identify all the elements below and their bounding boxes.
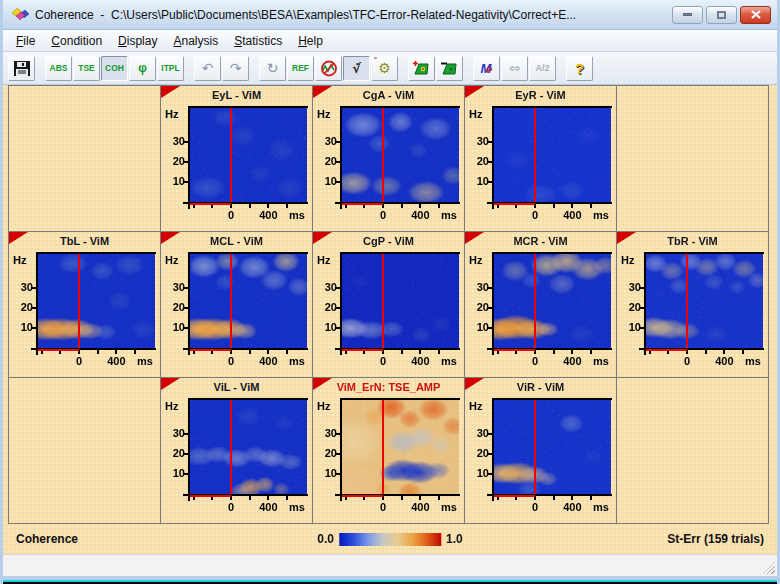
menu-item-file[interactable]: File: [8, 32, 43, 50]
x-axis-unit-label: ms: [289, 209, 305, 221]
plot-top-border: [36, 252, 156, 254]
x-tick-mark: [134, 350, 136, 354]
no-filter-button[interactable]: [315, 56, 342, 81]
plot-top-border: [492, 252, 612, 254]
tse-label: TSE: [78, 63, 95, 73]
panel-title: CgA - ViM: [313, 86, 464, 104]
tfc-panel-ViM-ErN[interactable]: ViM_ErN: TSE_AMPHz3020100400ms: [313, 378, 465, 524]
y-tick-label: 10: [315, 175, 337, 187]
menu-item-statistics[interactable]: Statistics: [226, 32, 290, 50]
tfc-panel-CgP-ViM[interactable]: CgP - ViMHz3020100400ms: [313, 232, 465, 378]
empty-cell: [9, 378, 161, 524]
tfc-heatmap[interactable]: [342, 254, 459, 348]
tfc-panel-TbR-ViM[interactable]: TbR - ViMHz3020100400ms: [617, 232, 769, 378]
tfc-heatmap[interactable]: [646, 254, 763, 348]
baseline-interval-marker: [190, 349, 231, 351]
y-tick-label: 30: [163, 427, 185, 439]
resize-grip[interactable]: [763, 562, 775, 574]
redo-button[interactable]: ↷: [222, 56, 249, 81]
corner-flag-icon[interactable]: [465, 378, 484, 390]
menu-item-display[interactable]: Display: [110, 32, 165, 50]
tfc-panel-MCL-ViM[interactable]: MCL - ViMHz3020100400ms: [161, 232, 313, 378]
tfc-heatmap[interactable]: [342, 108, 459, 202]
x-tick-label-400: 400: [559, 355, 585, 367]
undo-button[interactable]: ↶: [194, 56, 221, 81]
baseline-interval-marker: [342, 349, 383, 351]
tfc-heatmap[interactable]: [494, 400, 611, 494]
baseline-interval-marker: [190, 495, 231, 497]
sqrt-button[interactable]: √̇: [343, 56, 370, 81]
panel-title: ViR - ViM: [465, 378, 616, 396]
y-axis-line: [492, 398, 494, 501]
tfc-panel-ViR-ViM[interactable]: ViR - ViMHz3020100400ms: [465, 378, 617, 524]
menu-item-analysis[interactable]: Analysis: [165, 32, 226, 50]
panel-title: CgP - ViM: [313, 232, 464, 250]
stimulus-onset-marker: [534, 108, 536, 202]
stimulus-onset-marker: [230, 400, 232, 494]
phi-button[interactable]: φ: [129, 56, 156, 81]
save-button[interactable]: [8, 56, 35, 81]
amplitude-phase-button[interactable]: MP: [473, 56, 500, 81]
help-button[interactable]: ?: [566, 56, 593, 81]
tfc-heatmap[interactable]: [494, 108, 611, 202]
x-tick-label-400: 400: [407, 355, 433, 367]
corner-flag-icon[interactable]: [161, 86, 180, 98]
a-half-button: A/2: [529, 56, 556, 81]
close-button[interactable]: [740, 6, 771, 24]
corner-flag-icon[interactable]: [313, 232, 332, 244]
menu-item-help[interactable]: Help: [290, 32, 331, 50]
ref-label: REF: [292, 63, 309, 73]
tfc-panel-TbL-ViM[interactable]: TbL - ViMHz3020100400ms: [9, 232, 161, 378]
tfc-heatmap[interactable]: [190, 254, 307, 348]
tfc-heatmap[interactable]: [38, 254, 155, 348]
ref-button[interactable]: REF: [287, 56, 314, 81]
map-minus-button[interactable]: [436, 56, 463, 81]
settings-button[interactable]: »⚙: [371, 56, 398, 81]
tfc-panel-EyR-ViM[interactable]: EyR - ViMHz3020100400ms: [465, 86, 617, 232]
y-axis-label: Hz: [317, 108, 330, 120]
tse-button[interactable]: TSE: [73, 56, 100, 81]
rotate-button[interactable]: ↻: [259, 56, 286, 81]
minimize-icon: [683, 13, 692, 16]
corner-flag-icon[interactable]: [9, 232, 28, 244]
corner-flag-icon[interactable]: [161, 232, 180, 244]
coh-button[interactable]: COH: [101, 56, 128, 81]
x-tick-label-400: 400: [103, 355, 129, 367]
undo-icon: ↶: [202, 61, 214, 75]
x-axis-unit-label: ms: [745, 355, 761, 367]
colorbar-max-label: 1.0: [446, 532, 463, 546]
tfc-panel-ViL-ViM[interactable]: ViL - ViMHz3020100400ms: [161, 378, 313, 524]
corner-flag-icon[interactable]: [313, 86, 332, 98]
titlebar[interactable]: Coherence - C:\Users\Public\Documents\BE…: [3, 0, 777, 30]
tfc-heatmap[interactable]: [190, 108, 307, 202]
itpl-button[interactable]: ITPL: [157, 56, 184, 81]
tfc-panel-MCR-ViM[interactable]: MCR - ViMHz3020100400ms: [465, 232, 617, 378]
minimize-button[interactable]: [672, 6, 703, 24]
corner-flag-icon[interactable]: [465, 232, 484, 244]
maximize-button[interactable]: [706, 6, 737, 24]
y-axis-label: Hz: [165, 108, 178, 120]
colorbar-min-label: 0.0: [317, 532, 334, 546]
x-tick-mark: [249, 350, 251, 354]
x-tick-mark: [115, 350, 117, 354]
corner-flag-icon[interactable]: [617, 232, 636, 244]
tfc-panel-CgA-ViM[interactable]: CgA - ViMHz3020100400ms: [313, 86, 465, 232]
baseline-interval-marker: [342, 495, 383, 497]
corner-flag-icon[interactable]: [465, 86, 484, 98]
corner-flag-icon[interactable]: [161, 378, 180, 390]
corner-flag-icon[interactable]: [313, 378, 332, 390]
baseline-interval-marker: [494, 203, 535, 205]
tfc-panel-EyL-ViM[interactable]: EyL - ViMHz3020100400ms: [161, 86, 313, 232]
tfc-heatmap[interactable]: [342, 400, 459, 494]
tfc-heatmap[interactable]: [494, 254, 611, 348]
tfc-plot: Hz3020100400ms: [465, 104, 616, 230]
plot-top-border: [644, 252, 764, 254]
abs-button[interactable]: ABS: [45, 56, 72, 81]
y-axis-label: Hz: [165, 254, 178, 266]
x-tick-mark: [571, 350, 573, 354]
panel-title: ViM_ErN: TSE_AMP: [313, 378, 464, 396]
y-axis-label: Hz: [469, 108, 482, 120]
map-plus-button[interactable]: [408, 56, 435, 81]
tfc-heatmap[interactable]: [190, 400, 307, 494]
menu-item-condition[interactable]: Condition: [43, 32, 110, 50]
